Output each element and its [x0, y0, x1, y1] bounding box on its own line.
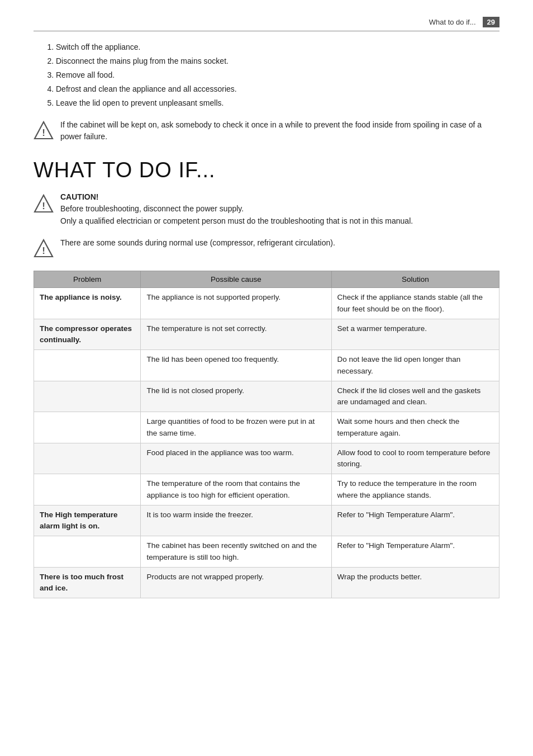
cell-solution: Check if the lid closes well and the gas… [331, 381, 499, 412]
cell-cause: The temperature is not set correctly. [141, 319, 331, 350]
col-cause: Possible cause [141, 271, 331, 288]
page-number: 29 [483, 17, 499, 27]
cell-problem [34, 350, 141, 381]
cell-problem [34, 381, 141, 412]
cell-problem [34, 412, 141, 443]
caution-line-2: Only a qualified electrician or competen… [60, 215, 499, 228]
cell-problem: The appliance is noisy. [34, 288, 141, 319]
step-item-4: Defrost and clean the appliance and all … [56, 83, 499, 95]
step-item-3: Remove all food. [56, 69, 499, 81]
cell-problem [34, 474, 141, 505]
step-item-1: Switch off the appliance. [56, 41, 499, 53]
caution-content: CAUTION! Before troubleshooting, disconn… [60, 192, 499, 227]
table-row: The appliance is noisy.The appliance is … [34, 288, 499, 319]
table-row: The compressor operates continually.The … [34, 319, 499, 350]
page: What to do if... 29 Switch off the appli… [0, 0, 533, 756]
caution-text: Before troubleshooting, disconnect the p… [60, 203, 499, 227]
cell-solution: Refer to "High Temperature Alarm". [331, 505, 499, 536]
cell-solution: Check if the appliance stands stable (al… [331, 288, 499, 319]
sounds-icon: ! [34, 238, 54, 258]
table-row: The High temperature alarm light is on.I… [34, 505, 499, 536]
caution-line-1: Before troubleshooting, disconnect the p… [60, 203, 499, 215]
table-row: There is too much frost and ice.Products… [34, 567, 499, 598]
header-title: What to do if... [429, 18, 476, 26]
cell-cause: The temperature of the room that contain… [141, 474, 331, 505]
col-problem: Problem [34, 271, 141, 288]
col-solution: Solution [331, 271, 499, 288]
cell-cause: Food placed in the appliance was too war… [141, 443, 331, 474]
table-row: Large quantities of food to be frozen we… [34, 412, 499, 443]
svg-text:!: ! [42, 127, 45, 138]
table-row: The cabinet has been recently switched o… [34, 536, 499, 568]
troubleshooting-table: Problem Possible cause Solution The appl… [34, 271, 499, 598]
table-row: Food placed in the appliance was too war… [34, 443, 499, 474]
caution-icon: ! [34, 193, 54, 214]
page-header: What to do if... 29 [34, 17, 499, 31]
cell-problem [34, 536, 141, 568]
table-row: The lid has been opened too frequently.D… [34, 350, 499, 381]
svg-text:!: ! [42, 245, 45, 256]
steps-list: Switch off the appliance.Disconnect the … [34, 41, 499, 109]
section-title: WHAT TO DO IF... [34, 158, 499, 182]
cell-cause: Products are not wrapped properly. [141, 567, 331, 598]
warning-block: ! If the cabinet will be kept on, ask so… [34, 119, 499, 143]
cell-solution: Try to reduce the temperature in the roo… [331, 474, 499, 505]
cell-cause: The appliance is not supported properly. [141, 288, 331, 319]
cell-problem [34, 443, 141, 474]
warning-note-text: If the cabinet will be kept on, ask some… [60, 119, 499, 143]
sounds-note-text: There are some sounds during normal use … [60, 237, 499, 249]
cell-cause: The lid is not closed properly. [141, 381, 331, 412]
warning-icon: ! [34, 120, 54, 140]
caution-block: ! CAUTION! Before troubleshooting, disco… [34, 192, 499, 227]
cell-cause: The cabinet has been recently switched o… [141, 536, 331, 568]
cell-problem: The compressor operates continually. [34, 319, 141, 350]
table-header-row: Problem Possible cause Solution [34, 271, 499, 288]
cell-solution: Refer to "High Temperature Alarm". [331, 536, 499, 568]
cell-problem: The High temperature alarm light is on. [34, 505, 141, 536]
caution-title: CAUTION! [60, 192, 499, 201]
table-row: The temperature of the room that contain… [34, 474, 499, 505]
sounds-block: ! There are some sounds during normal us… [34, 237, 499, 258]
cell-solution: Wait some hours and then check the tempe… [331, 412, 499, 443]
cell-problem: There is too much frost and ice. [34, 567, 141, 598]
step-item-5: Leave the lid open to prevent unpleasant… [56, 97, 499, 109]
cell-solution: Allow food to cool to room temperature b… [331, 443, 499, 474]
cell-solution: Do not leave the lid open longer than ne… [331, 350, 499, 381]
cell-cause: It is too warm inside the freezer. [141, 505, 331, 536]
cell-cause: Large quantities of food to be frozen we… [141, 412, 331, 443]
cell-solution: Set a warmer temperature. [331, 319, 499, 350]
cell-solution: Wrap the products better. [331, 567, 499, 598]
table-row: The lid is not closed properly.Check if … [34, 381, 499, 412]
svg-text:!: ! [42, 201, 45, 211]
step-item-2: Disconnect the mains plug from the mains… [56, 55, 499, 67]
cell-cause: The lid has been opened too frequently. [141, 350, 331, 381]
